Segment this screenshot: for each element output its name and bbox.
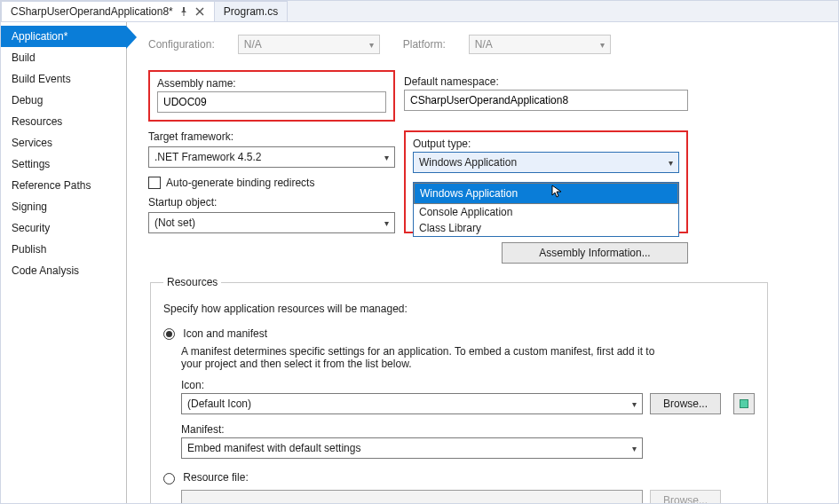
sidebar-item-code-analysis[interactable]: Code Analysis <box>1 260 126 281</box>
document-tabstrip: CSharpUserOperandApplication8* Program.c… <box>1 1 838 22</box>
chevron-down-icon: ▾ <box>669 158 673 168</box>
icon-and-manifest-radio[interactable]: Icon and manifest <box>163 327 755 340</box>
chevron-down-icon: ▾ <box>632 399 637 409</box>
sidebar-item-build-events[interactable]: Build Events <box>1 68 126 90</box>
close-icon[interactable] <box>194 6 205 17</box>
icon-select[interactable]: (Default Icon) ▾ <box>181 393 643 414</box>
radio-icon <box>163 473 175 484</box>
output-type-dropdown: Windows Application Console Application … <box>413 182 679 237</box>
output-type-select[interactable]: Windows Application ▾ <box>413 152 679 173</box>
sidebar-item-application[interactable]: Application* <box>1 26 126 47</box>
tab-label: Program.cs <box>224 5 278 18</box>
icon-browse-button[interactable]: Browse... <box>650 393 721 414</box>
output-type-highlight: Output type: Windows Application ▾ Windo… <box>404 130 688 233</box>
sidebar-item-services[interactable]: Services <box>1 132 126 154</box>
tab-program-cs[interactable]: Program.cs <box>214 1 288 21</box>
icon-label: Icon: <box>181 379 755 391</box>
manifest-label: Manifest: <box>181 423 755 436</box>
checkbox-icon <box>148 177 161 189</box>
resources-legend: Resources <box>163 276 221 288</box>
manifest-select[interactable]: Embed manifest with default settings ▾ <box>181 437 643 459</box>
radio-icon <box>163 328 175 340</box>
sidebar-item-reference-paths[interactable]: Reference Paths <box>1 175 126 196</box>
chevron-down-icon: ▾ <box>369 40 374 50</box>
config-platform-row: Configuration: N/A ▾ Platform: N/A ▾ <box>148 35 829 54</box>
output-type-option[interactable]: Class Library <box>414 220 678 236</box>
sidebar-item-security[interactable]: Security <box>1 217 126 239</box>
pin-icon[interactable] <box>178 6 189 17</box>
configuration-select: N/A ▾ <box>238 35 380 54</box>
target-framework-label: Target framework: <box>148 130 395 143</box>
assembly-name-input[interactable] <box>157 91 386 113</box>
auto-generate-binding-redirects[interactable]: Auto-generate binding redirects <box>148 177 395 189</box>
sidebar-item-settings[interactable]: Settings <box>1 154 126 175</box>
resource-file-radio[interactable]: Resource file: <box>163 471 755 484</box>
resource-file-input <box>181 490 643 503</box>
sidebar-item-resources[interactable]: Resources <box>1 111 126 132</box>
output-type-label: Output type: <box>413 138 679 150</box>
chevron-down-icon: ▾ <box>384 153 389 162</box>
chevron-down-icon: ▾ <box>384 218 389 228</box>
resources-description: Specify how application resources will b… <box>163 303 755 315</box>
properties-sidebar: Application* Build Build Events Debug Re… <box>1 22 127 503</box>
platform-label: Platform: <box>403 38 446 51</box>
chevron-down-icon: ▾ <box>632 444 637 453</box>
assembly-name-highlight: Assembly name: <box>148 70 395 122</box>
target-framework-select[interactable]: .NET Framework 4.5.2 ▾ <box>148 146 395 168</box>
default-namespace-label: Default namespace: <box>404 75 688 88</box>
tab-label: CSharpUserOperandApplication8* <box>11 5 173 18</box>
startup-object-label: Startup object: <box>148 196 395 209</box>
icon-manifest-description: A manifest determines specific settings … <box>163 345 661 370</box>
output-type-option[interactable]: Windows Application <box>414 183 678 204</box>
startup-object-select[interactable]: (Not set) ▾ <box>148 212 395 233</box>
assembly-information-button[interactable]: Assembly Information... <box>502 242 688 264</box>
assembly-name-label: Assembly name: <box>157 77 386 90</box>
resources-group: Resources Specify how application resour… <box>150 276 768 503</box>
platform-select: N/A ▾ <box>469 35 611 54</box>
tab-project-properties[interactable]: CSharpUserOperandApplication8* <box>1 1 215 21</box>
project-properties-window: { "tabs": { "active": "CSharpUserOperand… <box>0 0 839 504</box>
sidebar-item-signing[interactable]: Signing <box>1 196 126 217</box>
default-namespace-input[interactable] <box>404 90 688 111</box>
icon-preview <box>733 393 755 414</box>
output-type-option[interactable]: Console Application <box>414 204 678 220</box>
resource-file-browse-button: Browse... <box>650 490 721 503</box>
sidebar-item-debug[interactable]: Debug <box>1 90 126 111</box>
sidebar-item-publish[interactable]: Publish <box>1 239 126 260</box>
configuration-label: Configuration: <box>148 38 215 51</box>
sidebar-item-build[interactable]: Build <box>1 47 126 68</box>
application-page: Configuration: N/A ▾ Platform: N/A ▾ Ass… <box>127 22 838 503</box>
chevron-down-icon: ▾ <box>600 40 605 50</box>
